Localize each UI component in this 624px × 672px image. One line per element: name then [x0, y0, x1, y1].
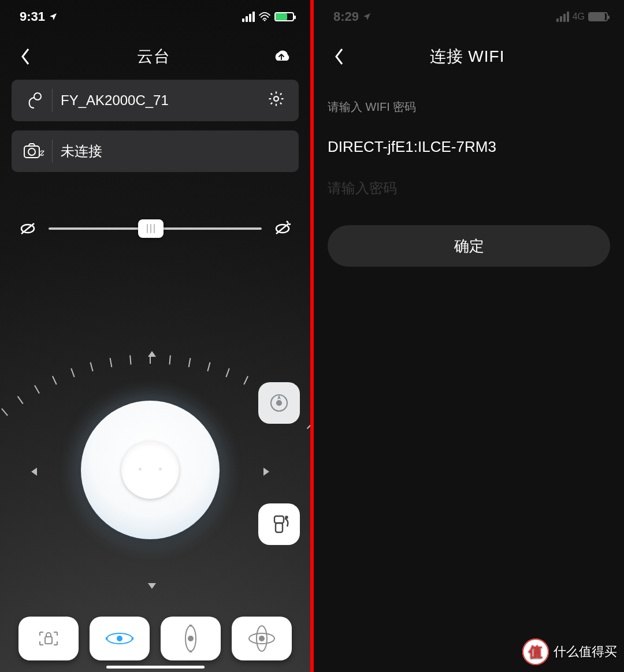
back-button[interactable] [326, 44, 352, 69]
status-bar: 8:29 4G [314, 0, 624, 28]
gimbal-app-screen: 9:31 云台 FY_AK2000C_71 [0, 0, 310, 672]
home-indicator[interactable] [106, 666, 205, 669]
slider-thumb[interactable] [138, 219, 164, 238]
mode-pan-follow[interactable] [90, 617, 150, 660]
cloud-upload-button[interactable] [269, 44, 294, 69]
gimbal-rotate-button[interactable] [258, 503, 300, 545]
svg-rect-12 [276, 523, 283, 532]
svg-point-1 [34, 93, 41, 100]
cell-signal-icon [242, 12, 255, 22]
mode-roll-follow[interactable] [161, 617, 221, 660]
password-prompt-label: 请输入 WIFI 密码 [328, 99, 610, 115]
watermark-text: 什么值得买 [554, 643, 617, 660]
speed-slider[interactable] [49, 227, 262, 230]
device-card[interactable]: FY_AK2000C_71 [12, 80, 299, 121]
status-time: 8:29 [333, 9, 359, 24]
camera-status: 未连接 [61, 142, 288, 160]
joystick-dial[interactable] [35, 354, 266, 585]
svg-point-13 [286, 517, 288, 518]
speed-slider-row [17, 218, 293, 239]
page-title: 云台 [137, 46, 170, 68]
svg-point-16 [117, 636, 122, 641]
confirm-button[interactable]: 确定 [328, 225, 610, 267]
svg-point-0 [264, 20, 266, 21]
back-button[interactable] [13, 44, 38, 69]
location-arrow-icon [362, 12, 372, 21]
compass-button[interactable] [258, 382, 300, 424]
svg-point-2 [274, 96, 278, 101]
chevron-left-icon [31, 468, 37, 476]
joystick-knob[interactable] [81, 401, 220, 539]
svg-point-10 [277, 401, 281, 405]
password-input[interactable]: 请输入密码 [328, 179, 610, 202]
location-arrow-icon [49, 12, 58, 21]
svg-rect-14 [45, 637, 52, 644]
device-name: FY_AK2000C_71 [61, 92, 268, 109]
svg-point-4 [28, 148, 35, 155]
watermark: 值 什么值得买 [522, 639, 617, 665]
wifi-connect-screen: 8:29 4G 连接 WIFI 请输入 WIFI 密码 DIRECT-jfE1:… [314, 0, 624, 672]
mode-bar [0, 617, 310, 660]
wifi-ssid: DIRECT-jfE1:ILCE-7RM3 [328, 138, 610, 156]
svg-point-21 [259, 636, 265, 641]
camera-unlinked-icon [22, 143, 47, 160]
mode-lock[interactable] [18, 617, 79, 660]
status-time: 9:31 [20, 9, 45, 24]
chevron-down-icon [148, 583, 156, 589]
page-title: 连接 WIFI [430, 46, 505, 68]
watermark-badge: 值 [522, 639, 549, 665]
battery-charging-icon [274, 12, 294, 21]
svg-point-18 [188, 636, 194, 641]
chevron-right-icon [263, 468, 269, 476]
network-type: 4G [573, 12, 585, 22]
header-bar: 连接 WIFI [314, 28, 624, 80]
camera-card[interactable]: 未连接 [12, 130, 299, 172]
screenshot-divider [310, 0, 314, 672]
cell-signal-icon [556, 12, 569, 22]
chevron-up-icon [148, 351, 156, 357]
gimbal-device-icon [22, 91, 47, 110]
speed-fast-icon [272, 218, 293, 239]
header-bar: 云台 [0, 28, 310, 80]
svg-rect-11 [274, 516, 284, 523]
device-settings-button[interactable] [268, 90, 288, 111]
mode-all-follow[interactable] [232, 617, 292, 660]
battery-icon [588, 12, 608, 21]
wifi-icon [258, 12, 271, 22]
status-bar: 9:31 [0, 0, 310, 28]
speed-slow-icon [17, 218, 38, 239]
